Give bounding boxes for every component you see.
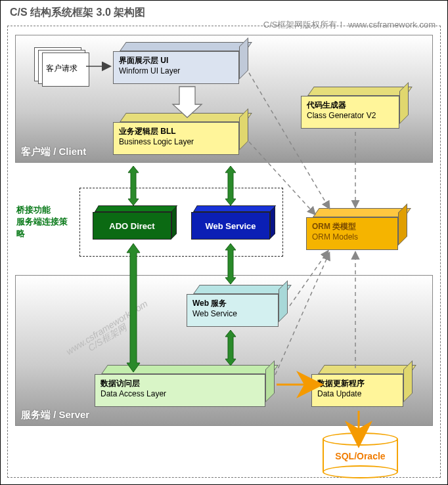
request-doc-label: 客户请求 xyxy=(46,63,78,74)
bridge-label: 桥接功能 服务端连接策略 xyxy=(16,204,76,240)
section-server-title: 服务端 / Server xyxy=(21,409,89,421)
section-client-title: 客户端 / Client xyxy=(21,146,86,158)
diagram-title: C/S 结构系统框架 3.0 架构图 xyxy=(10,6,145,20)
request-doc-icon: 客户请求 xyxy=(34,47,91,87)
db-cylinder: SQL/Oracle xyxy=(323,432,398,478)
section-client: 客户端 / Client 客户请求 界面展示层 UI Winform UI La… xyxy=(15,35,433,163)
diagram-canvas: C/S 结构系统框架 3.0 架构图 C/S框架网版权所有！ www.csfra… xyxy=(0,0,448,485)
